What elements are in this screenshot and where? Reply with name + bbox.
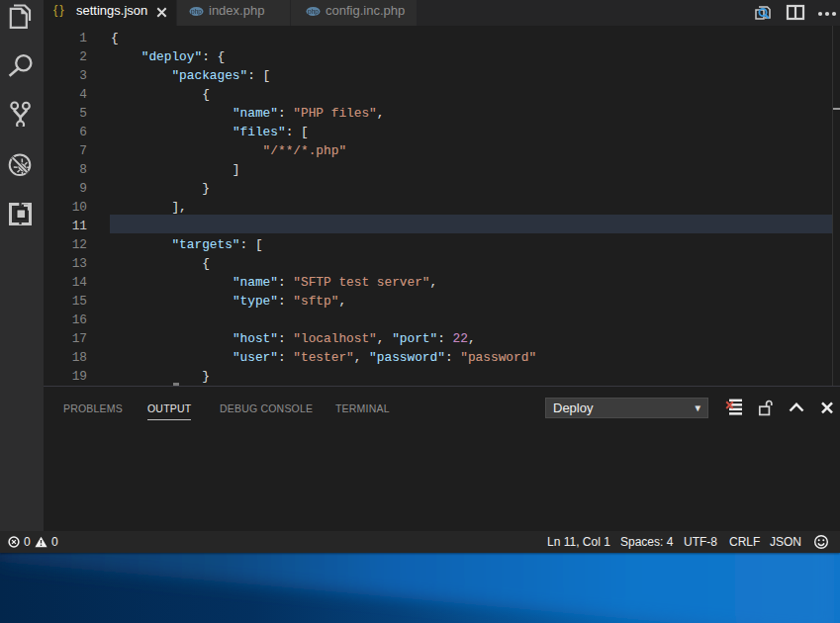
svg-text:php: php (308, 8, 319, 16)
svg-text:php: php (191, 8, 202, 16)
